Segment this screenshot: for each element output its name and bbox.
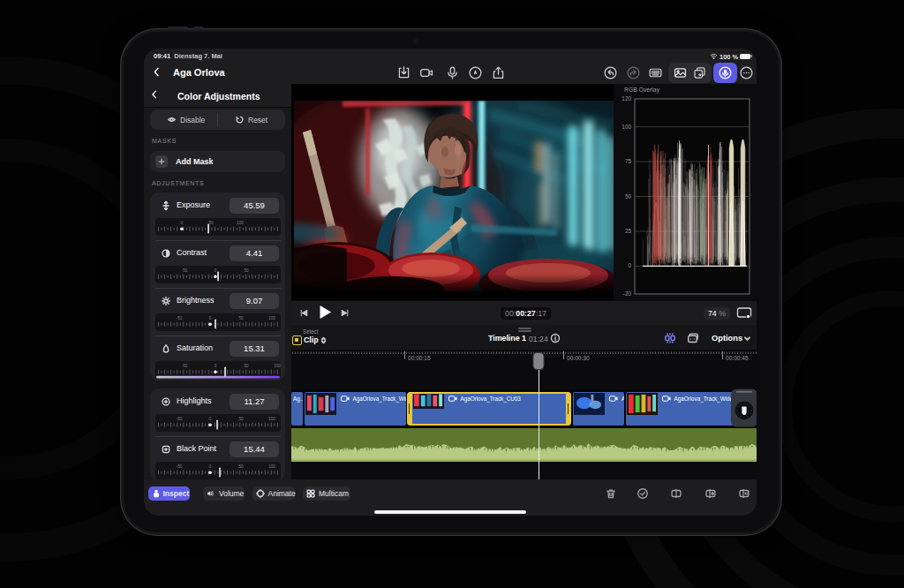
svg-text:100: 100 <box>268 417 275 421</box>
svg-text:00:00:15: 00:00:15 <box>408 355 431 361</box>
svg-text:00:00:30: 00:00:30 <box>567 355 590 361</box>
svg-text:50: 50 <box>208 221 214 225</box>
svg-text:0: 0 <box>209 464 212 469</box>
svg-text:-50: -50 <box>182 268 188 273</box>
svg-text:0: 0 <box>209 316 212 320</box>
svg-text:50: 50 <box>244 268 249 273</box>
svg-text:-20: -20 <box>623 290 632 297</box>
svg-text:50: 50 <box>238 417 244 421</box>
svg-text:100: 100 <box>268 464 275 469</box>
svg-text:100: 100 <box>622 124 631 130</box>
svg-text:-50: -50 <box>177 464 183 469</box>
svg-text:0: 0 <box>215 268 217 273</box>
svg-text:25: 25 <box>625 228 632 234</box>
svg-text:0: 0 <box>628 262 631 268</box>
svg-text:100: 100 <box>274 364 281 368</box>
svg-text:00:00:45: 00:00:45 <box>726 355 749 361</box>
svg-text:100: 100 <box>237 221 244 225</box>
svg-text:-50: -50 <box>182 364 188 368</box>
svg-text:50: 50 <box>238 464 244 469</box>
svg-text:0: 0 <box>215 364 217 368</box>
svg-text:-50: -50 <box>177 316 183 320</box>
svg-text:0: 0 <box>181 221 184 225</box>
svg-text:-50: -50 <box>177 417 183 421</box>
svg-text:50: 50 <box>244 364 249 368</box>
svg-text:0: 0 <box>209 417 212 421</box>
svg-text:100: 100 <box>268 316 275 320</box>
svg-text:RGB Overlay: RGB Overlay <box>624 87 660 94</box>
svg-text:120: 120 <box>622 95 631 102</box>
svg-text:75: 75 <box>625 158 632 164</box>
svg-text:50: 50 <box>625 193 632 200</box>
svg-text:50: 50 <box>238 316 244 320</box>
